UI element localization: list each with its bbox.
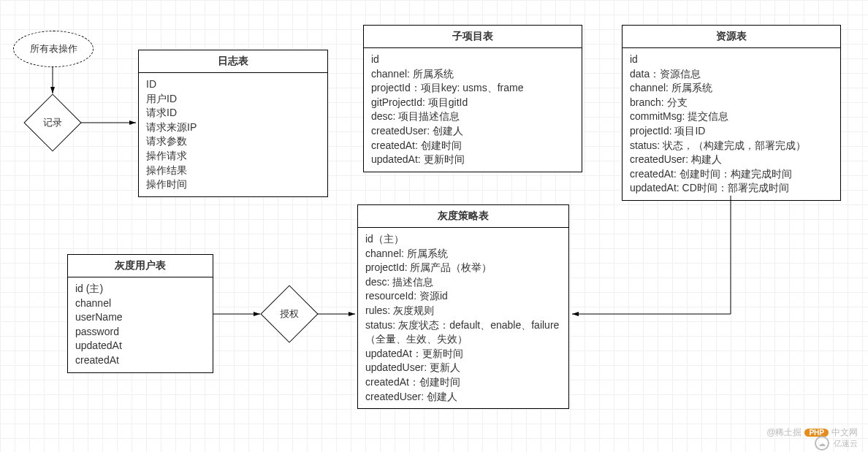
graypolicy-table: 灰度策略表 id（主） channel: 所属系统 projectId: 所属产…	[357, 204, 569, 409]
subproject-field: createdUser: 创建人	[371, 124, 574, 139]
subproject-field: createdAt: 创建时间	[371, 139, 574, 153]
auth-label: 授权	[270, 294, 309, 334]
log-field: 用户ID	[146, 92, 320, 107]
yisu-logo-icon: ☁	[815, 436, 829, 451]
log-field: 操作时间	[146, 177, 320, 192]
yisu-text: 亿速云	[834, 438, 858, 449]
resource-field: channel: 所属系统	[630, 81, 833, 96]
resource-field: createdAt: 创建时间：构建完成时间	[630, 167, 833, 182]
resource-table: 资源表 id data：资源信息 channel: 所属系统 branch: 分…	[622, 25, 841, 201]
subproject-table: 子项目表 id channel: 所属系统 projectId：项目key: u…	[363, 25, 582, 172]
grayuser-field: userName	[75, 310, 205, 325]
log-field: 操作请求	[146, 149, 320, 164]
resource-field: commitMsg: 提交信息	[630, 110, 833, 124]
resource-field: data：资源信息	[630, 67, 833, 82]
auth-diamond: 授权	[260, 285, 318, 342]
grayuser-title: 灰度用户表	[68, 255, 213, 277]
resource-field: updatedAt: CD时间：部署完成时间	[630, 181, 833, 196]
subproject-field: desc: 项目描述信息	[371, 110, 574, 124]
log-title: 日志表	[139, 50, 327, 73]
record-label: 记录	[33, 103, 72, 142]
resource-field: status: 状态，（构建完成，部署完成）	[630, 139, 833, 153]
graypolicy-field: createdUser: 创建人	[365, 390, 561, 405]
graypolicy-field: id（主）	[365, 232, 561, 247]
resource-field: branch: 分支	[630, 96, 833, 110]
log-field: 请求参数	[146, 134, 320, 149]
log-field: 操作结果	[146, 164, 320, 178]
record-diamond: 记录	[23, 93, 81, 151]
graypolicy-title: 灰度策略表	[358, 205, 568, 228]
grayuser-field: channel	[75, 296, 205, 311]
subproject-field: updatedAt: 更新时间	[371, 153, 574, 167]
graypolicy-field: channel: 所属系统	[365, 247, 561, 261]
graypolicy-field: createdAt：创建时间	[365, 375, 561, 390]
all-tables-label: 所有表操作	[30, 42, 77, 55]
subproject-field: id	[371, 53, 574, 67]
graypolicy-field: updatedAt：更新时间	[365, 347, 561, 361]
grayuser-table: 灰度用户表 id (主) channel userName password u…	[67, 254, 213, 373]
subproject-title: 子项目表	[364, 26, 582, 48]
graypolicy-field: status: 灰度状态：default、enable、failure（全量、生…	[365, 318, 561, 347]
resource-field: id	[630, 53, 833, 67]
subproject-field: channel: 所属系统	[371, 67, 574, 82]
grayuser-field: id (主)	[75, 282, 205, 296]
grayuser-field: updatedAt	[75, 339, 205, 353]
log-table: 日志表 ID 用户ID 请求ID 请求来源IP 请求参数 操作请求 操作结果 操…	[138, 50, 328, 197]
log-field: 请求ID	[146, 106, 320, 120]
subproject-field: projectId：项目key: usms、frame	[371, 81, 574, 96]
graypolicy-field: rules: 灰度规则	[365, 304, 561, 318]
grayuser-field: password	[75, 325, 205, 340]
subproject-body: id channel: 所属系统 projectId：项目key: usms、f…	[364, 48, 582, 172]
grayuser-field: createdAt	[75, 353, 205, 368]
watermark-prefix: @稀土掘	[766, 426, 802, 439]
grayuser-body: id (主) channel userName password updated…	[68, 277, 213, 372]
graypolicy-field: resourceId: 资源id	[365, 289, 561, 304]
subproject-field: gitProjectId: 项目gitId	[371, 96, 574, 110]
resource-field: projectId: 项目ID	[630, 124, 833, 139]
graypolicy-field: desc: 描述信息	[365, 275, 561, 290]
log-field: ID	[146, 77, 320, 92]
graypolicy-field: updatedUser: 更新人	[365, 361, 561, 375]
log-body: ID 用户ID 请求ID 请求来源IP 请求参数 操作请求 操作结果 操作时间	[139, 73, 327, 196]
resource-field: createdUser: 构建人	[630, 153, 833, 167]
graypolicy-body: id（主） channel: 所属系统 projectId: 所属产品（枚举） …	[358, 228, 568, 408]
resource-body: id data：资源信息 channel: 所属系统 branch: 分支 co…	[623, 48, 840, 200]
watermark-bottom: ☁ 亿速云	[815, 436, 858, 451]
log-field: 请求来源IP	[146, 120, 320, 135]
resource-title: 资源表	[623, 26, 840, 48]
graypolicy-field: projectId: 所属产品（枚举）	[365, 261, 561, 275]
all-tables-ellipse: 所有表操作	[13, 31, 94, 67]
